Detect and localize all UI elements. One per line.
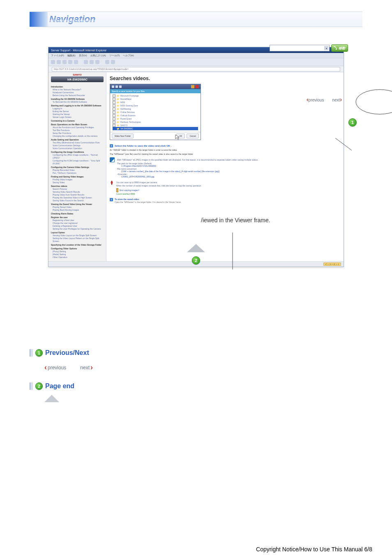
sidebar-item[interactable]: Deleting a Registered User: [53, 225, 104, 228]
expand-icon[interactable]: +: [113, 104, 115, 107]
collapse-icon[interactable]: -: [113, 101, 115, 104]
go-button[interactable]: 移動: [331, 44, 348, 52]
menu-item[interactable]: ヘルプ(H): [123, 54, 134, 58]
sidebar-item[interactable]: Playing Recorded Video: [53, 169, 104, 172]
sidebar-item[interactable]: Setting the User Privileges for Operatin…: [53, 228, 104, 230]
toolbar-refresh-icon[interactable]: [68, 60, 72, 64]
tree-row[interactable]: -📁Online Services: [113, 111, 198, 114]
expand-icon[interactable]: +: [113, 124, 115, 127]
sidebar-item[interactable]: Viewing Video Layout on the Single Split…: [53, 234, 104, 237]
menu-item[interactable]: ツール(T): [109, 54, 120, 58]
menu-item[interactable]: ファイル(F): [51, 54, 64, 58]
sidebar-group-title[interactable]: Viewing the Saved Video Using the Viewer: [51, 203, 104, 206]
sidebar-item[interactable]: Pan, Tilt/Zoom Operations: [53, 172, 104, 175]
tree-row[interactable]: +📁PowerQuest: [113, 117, 198, 120]
sidebar-group-title[interactable]: Specifying the Location of the Video Sto…: [51, 244, 104, 246]
tree-row[interactable]: -📁MSN: [113, 101, 198, 104]
sidebar-group-title[interactable]: Basic Operations on the Main Screen: [51, 123, 104, 126]
folder-tree[interactable]: +📁Microsoft Frontpage+📁MovieMaker-📁MSN+📁…: [110, 93, 201, 132]
toolbar-home-icon[interactable]: [74, 60, 78, 64]
tree-row[interactable]: -📁NetMeeting: [113, 107, 198, 111]
sidebar-item[interactable]: [Proxy] Setting: [53, 250, 104, 253]
previous-link[interactable]: ‹previous: [307, 96, 324, 103]
sidebar-item[interactable]: Other Operation: [53, 256, 104, 259]
next-pill[interactable]: next ›: [80, 363, 93, 372]
toolbar-print-icon[interactable]: [111, 60, 115, 64]
sidebar-group-title[interactable]: Configuring the Camera Video Settings: [51, 166, 104, 169]
sidebar-item[interactable]: Playing the Searched Video in High Scree…: [53, 196, 104, 199]
toolbar-mail-icon[interactable]: [105, 60, 109, 64]
previous-pill[interactable]: ‹ previous: [44, 363, 66, 372]
next-link[interactable]: next›: [332, 96, 342, 103]
expand-icon[interactable]: +: [113, 121, 115, 124]
sidebar-item[interactable]: Tool Bar Functions: [53, 129, 104, 132]
expand-icon[interactable]: +: [113, 94, 115, 97]
menu-item[interactable]: 表示(V): [79, 54, 87, 58]
menu-item[interactable]: 編集(E): [67, 54, 76, 58]
sidebar-item[interactable]: Logging In: [53, 107, 104, 110]
address-field[interactable]: http://127.0.0.1/admin/s/browsertop.asp?…: [52, 67, 340, 71]
sidebar-group-title[interactable]: Introduction: [51, 85, 104, 88]
sidebar-group-title[interactable]: Finding and Saving Video Images: [51, 175, 104, 178]
sidebar-group-title[interactable]: Layout Option: [51, 231, 104, 234]
sidebar-item[interactable]: Registering a New User: [53, 219, 104, 222]
toolbar-back-icon[interactable]: [51, 60, 55, 64]
menu-item[interactable]: お気に入り(A): [90, 54, 106, 58]
page-end-triangle-icon[interactable]: [44, 395, 59, 402]
sidebar-group-title[interactable]: Installing the VA-SW2050 Software: [51, 98, 104, 101]
sidebar-item[interactable]: Configuring the JPEG image conditions - …: [53, 154, 104, 159]
expand-icon[interactable]: +: [113, 98, 115, 101]
sidebar-item[interactable]: Two-Way (Bidirectional) Voice Communicat…: [53, 141, 104, 144]
sidebar-group-title[interactable]: Starting and Logging in to the VA-SW2050…: [51, 104, 104, 107]
sidebar-group-title[interactable]: Checking Alarm States: [51, 212, 104, 215]
toolbar-search-icon[interactable]: [84, 60, 88, 64]
sidebar-item[interactable]: Setup Bar Functions: [53, 132, 104, 135]
sidebar-item[interactable]: What is the Network Recorder?: [53, 88, 104, 91]
toolbar-history-icon[interactable]: [95, 60, 99, 64]
expand-icon[interactable]: +: [113, 117, 115, 120]
sidebar-item[interactable]: Exiting the Server: [53, 110, 104, 113]
sidebar-item[interactable]: Starting the Viewer: [53, 113, 104, 116]
collapse-icon[interactable]: -: [113, 111, 115, 114]
sidebar-group-title[interactable]: Configuring the Image Conditions: [51, 151, 104, 154]
sidebar-item[interactable]: Saving Video Found in the Search: [53, 199, 104, 202]
tree-row[interactable]: +📁MSN Gaming Zone: [113, 104, 198, 107]
sidebar-item[interactable]: To Reinstall the VA-SW2050 Software: [53, 101, 104, 104]
tree-row[interactable]: 📁VA-SW2050C: [113, 127, 198, 130]
sidebar-item[interactable]: Search Pictures: [53, 188, 104, 191]
sidebar-item[interactable]: About the Functions and Operating Privil…: [53, 126, 104, 129]
dialog-close-icon[interactable]: [196, 85, 199, 88]
sidebar-item[interactable]: Before Using the Network Recorder: [53, 94, 104, 97]
tree-row[interactable]: +📁MovieMaker: [113, 97, 198, 101]
sidebar-group-title[interactable]: Configuring Other Options: [51, 247, 104, 250]
sidebar-item[interactable]: Saving Video: [53, 181, 104, 184]
sidebar-item[interactable]: Changing the configuration details on th…: [53, 135, 104, 138]
toolbar-fav-icon[interactable]: [90, 60, 94, 64]
collapse-icon[interactable]: -: [113, 114, 115, 117]
sidebar-item[interactable]: [Mode] Setting: [53, 253, 104, 256]
tree-row[interactable]: +📁Rainbow Technologies: [113, 120, 198, 124]
cancel-button[interactable]: Cancel: [187, 134, 199, 138]
collapse-icon[interactable]: -: [113, 108, 115, 111]
sidebar-group-title[interactable]: Searches videos: [51, 185, 104, 188]
sidebar-item[interactable]: Voice Communication Settings: [53, 144, 104, 147]
sidebar-item[interactable]: Finding Video Images: [53, 178, 104, 181]
toolbar-forward-icon[interactable]: [57, 60, 61, 64]
tree-row[interactable]: +📁Microsoft Frontpage: [113, 94, 198, 97]
tree-row[interactable]: -📁Outlook Express: [113, 114, 198, 117]
search-select[interactable]: ▾: [270, 45, 330, 51]
sidebar-item[interactable]: Playing Back Moving Images: [53, 209, 104, 212]
sidebar-item[interactable]: Change the user registered: [53, 222, 104, 225]
sidebar-item[interactable]: Setting the Video Layout Pattern on the …: [53, 237, 104, 243]
sidebar-item[interactable]: Viewing Video Search Results: [53, 191, 104, 193]
toolbar-stop-icon[interactable]: [62, 60, 67, 64]
sidebar-group-title[interactable]: Register the user: [51, 216, 104, 219]
dialog-help-icon[interactable]: [191, 85, 194, 88]
sidebar-item[interactable]: Viewer Login Screen: [53, 116, 104, 119]
tree-row[interactable]: +📁SANYO: [113, 124, 198, 127]
sidebar-item[interactable]: Playing Video from Search Results: [53, 193, 104, 196]
sidebar-group-title[interactable]: Audio Setting and Operation: [51, 138, 104, 141]
sidebar-item[interactable]: Notational Conventions: [53, 91, 104, 94]
sidebar-item[interactable]: Voice Communication Operation: [53, 147, 104, 150]
sidebar-item[interactable]: Playing Saved Video: [53, 206, 104, 209]
